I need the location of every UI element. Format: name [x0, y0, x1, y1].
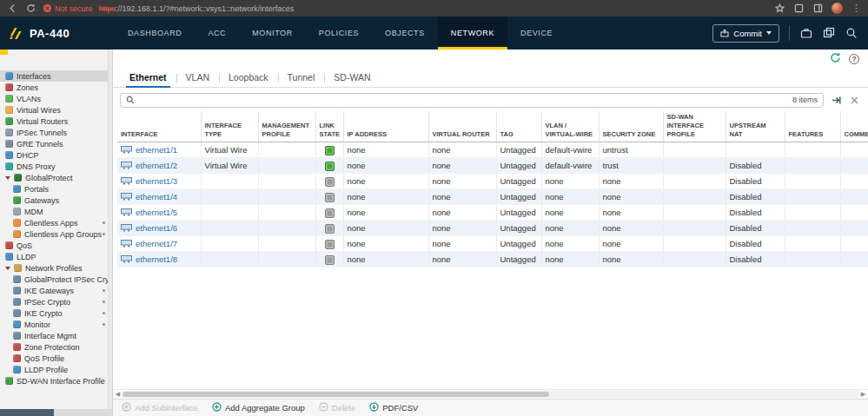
cell-interface[interactable]: ethernet1/5 — [117, 205, 201, 221]
sidebar-vertical-scrollbar[interactable] — [108, 50, 112, 409]
sidebar-item-dhcp[interactable]: DHCP — [0, 149, 112, 161]
sidebar-item-vlans[interactable]: VLANs — [0, 93, 112, 104]
column-header-ip-address[interactable]: IP ADDRESS — [343, 111, 428, 142]
interface-link[interactable]: ethernet1/8 — [121, 254, 197, 264]
side-panel-icon[interactable] — [812, 3, 823, 14]
nav-policies[interactable]: POLICIES — [306, 17, 372, 50]
scroll-track[interactable] — [123, 391, 858, 398]
sidebar-item-dns-proxy[interactable]: DNS Proxy — [0, 161, 112, 172]
sidebar-item-mdm[interactable]: MDM — [0, 206, 112, 217]
column-header-comment[interactable]: COMMENT — [840, 111, 868, 142]
column-header-features[interactable]: FEATURES — [785, 111, 840, 142]
address-bar[interactable]: ✕ Not secure https://192.168.1.1/?#netwo… — [43, 4, 766, 13]
search-input[interactable] — [139, 96, 788, 105]
sidebar-item-virtual-routers[interactable]: Virtual Routers — [0, 116, 112, 127]
column-header-sdwan-interface-profile[interactable]: SD-WAN INTERFACE PROFILE — [663, 111, 726, 142]
sidebar-item-gre-tunnels[interactable]: GRE Tunnels — [0, 138, 112, 149]
sidebar-item-gateways[interactable]: Gateways — [0, 195, 112, 206]
nav-network[interactable]: NETWORK — [438, 17, 507, 50]
interface-link[interactable]: ethernet1/4 — [121, 192, 197, 201]
nav-dashboard[interactable]: DASHBOARD — [115, 17, 195, 50]
column-header-virtual-router[interactable]: VIRTUAL ROUTER — [428, 111, 496, 142]
column-header-interface[interactable]: INTERFACE — [117, 111, 201, 142]
add-aggregate-group-button[interactable]: Add Aggregate Group — [212, 402, 305, 413]
cell-interface[interactable]: ethernet1/8 — [117, 252, 201, 267]
sidebar-item-globalprotect[interactable]: GlobalProtect — [0, 172, 112, 183]
nav-device[interactable]: DEVICE — [507, 17, 566, 50]
horizontal-scrollbar[interactable]: ◀ ▶ — [113, 389, 868, 399]
cell-interface[interactable]: ethernet1/1 — [117, 142, 201, 158]
column-header-security-zone[interactable]: SECURITY ZONE — [599, 111, 663, 142]
cell-interface[interactable]: ethernet1/6 — [117, 221, 201, 236]
tab-loopback[interactable]: Loopback — [219, 72, 278, 87]
caret-down-icon[interactable] — [5, 176, 10, 180]
sidebar-item-zones[interactable]: Zones — [0, 82, 112, 93]
sidebar-item-ipsec-crypto[interactable]: IPSec Crypto — [0, 296, 112, 307]
caret-down-icon[interactable] — [5, 267, 10, 270]
sidebar-item-clientless-apps[interactable]: Clientless Apps — [0, 217, 112, 228]
sidebar-item-lldp[interactable]: LLDP — [0, 251, 112, 262]
interface-link[interactable]: ethernet1/6 — [121, 223, 197, 233]
interface-link[interactable]: ethernet1/3 — [121, 176, 197, 186]
cell-interface[interactable]: ethernet1/2 — [117, 158, 201, 174]
back-icon[interactable] — [7, 3, 17, 14]
extensions-icon[interactable] — [793, 3, 804, 14]
commit-button[interactable]: Commit — [712, 24, 779, 43]
sidebar-item-monitor[interactable]: Monitor — [0, 319, 112, 330]
tab-tunnel[interactable]: Tunnel — [278, 72, 325, 87]
bookmark-star-icon[interactable] — [774, 3, 785, 14]
column-header-tag[interactable]: TAG — [496, 111, 541, 142]
cell-interface[interactable]: ethernet1/7 — [117, 236, 201, 252]
search-box[interactable]: 8 items — [120, 93, 824, 108]
cell-interface[interactable]: ethernet1/3 — [117, 174, 201, 189]
nav-acc[interactable]: ACC — [195, 17, 239, 50]
sidebar-item-qos-profile[interactable]: QoS Profile — [0, 353, 112, 364]
sidebar-item-clientless-app-groups[interactable]: Clientless App Groups — [0, 228, 112, 240]
global-find-search-icon[interactable] — [845, 27, 858, 40]
column-header-management-profile[interactable]: MANAGEMENT PROFILE — [258, 111, 315, 142]
help-icon[interactable]: ? — [849, 54, 859, 64]
interface-link[interactable]: ethernet1/2 — [121, 161, 197, 170]
sidebar-scroll-thumb[interactable] — [0, 409, 54, 416]
apply-filter-arrow-icon[interactable] — [830, 94, 842, 106]
cell-interface[interactable]: ethernet1/4 — [117, 189, 201, 205]
scroll-right-icon[interactable]: ▶ — [858, 390, 868, 399]
interface-link[interactable]: ethernet1/1 — [121, 145, 197, 155]
pdf-csv-button[interactable]: PDF/CSV — [369, 402, 418, 413]
scroll-thumb[interactable] — [123, 392, 549, 397]
column-header-upstream-nat[interactable]: UPSTREAM NAT — [726, 111, 785, 142]
sidebar-item-ike-gateways[interactable]: IKE Gateways — [0, 285, 112, 296]
tab-vlan[interactable]: VLAN — [176, 72, 219, 87]
save-config-icon[interactable] — [799, 27, 812, 40]
interface-link[interactable]: ethernet1/7 — [121, 239, 197, 248]
sidebar-horizontal-scrollbar[interactable] — [0, 409, 112, 416]
column-header-interface-type[interactable]: INTERFACE TYPE — [201, 111, 258, 142]
task-manager-icon[interactable] — [822, 27, 835, 40]
refresh-page-icon[interactable] — [25, 3, 36, 14]
sidebar-item-globalprotect-ipsec-crypto[interactable]: GlobalProtect IPSec Crypto — [0, 274, 112, 285]
sidebar-item-sd-wan-interface-profile[interactable]: SD-WAN Interface Profile — [0, 375, 112, 386]
nav-objects[interactable]: OBJECTS — [372, 17, 438, 50]
column-header-vlan-virtual-wire[interactable]: VLAN / VIRTUAL-WIRE — [541, 111, 599, 142]
sidebar-item-network-profiles[interactable]: Network Profiles — [0, 262, 112, 274]
browser-menu-kebab-icon[interactable]: ⋮ — [851, 3, 861, 13]
sidebar-item-interfaces[interactable]: Interfaces — [0, 70, 112, 82]
sidebar-item-virtual-wires[interactable]: Virtual Wires — [0, 104, 112, 116]
sidebar-item-interface-mgmt[interactable]: Interface Mgmt — [0, 330, 112, 341]
refresh-icon[interactable] — [830, 51, 841, 67]
tab-sd-wan[interactable]: SD-WAN — [324, 72, 380, 87]
sidebar-item-qos[interactable]: QoS — [0, 240, 112, 251]
sidebar-item-zone-protection[interactable]: Zone Protection — [0, 341, 112, 353]
interface-link[interactable]: ethernet1/5 — [121, 208, 197, 217]
sidebar-item-ipsec-tunnels[interactable]: IPSec Tunnels — [0, 127, 112, 138]
sidebar-item-portals[interactable]: Portals — [0, 183, 112, 195]
profile-avatar[interactable] — [832, 3, 843, 14]
clear-filter-close-icon[interactable] — [848, 94, 860, 106]
not-secure-badge[interactable]: ✕ Not secure — [43, 4, 93, 13]
sidebar-item-lldp-profile[interactable]: LLDP Profile — [0, 364, 112, 375]
nav-monitor[interactable]: MONITOR — [239, 17, 306, 50]
scroll-left-icon[interactable]: ◀ — [113, 390, 123, 399]
sidebar-item-ike-crypto[interactable]: IKE Crypto — [0, 307, 112, 319]
tab-ethernet[interactable]: Ethernet — [120, 72, 176, 87]
column-header-link-state[interactable]: LINK STATE — [315, 111, 343, 142]
